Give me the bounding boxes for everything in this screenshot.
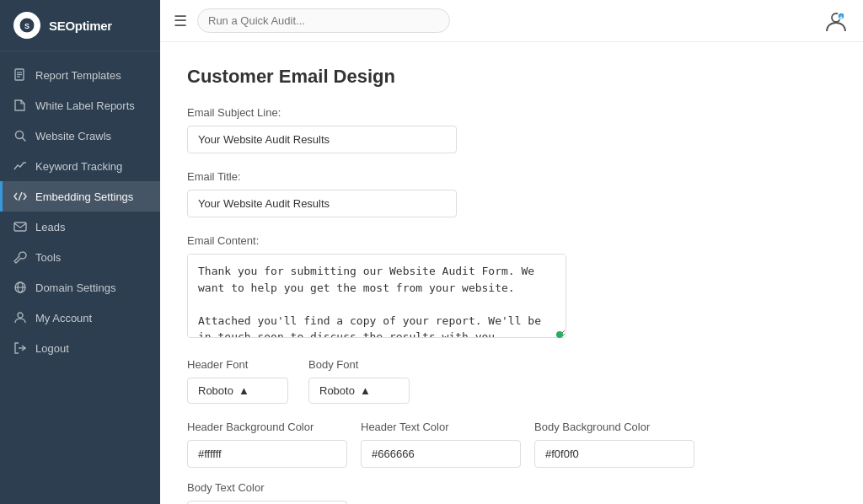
email-subject-line-group: Email Subject Line: (187, 106, 836, 153)
email-title-group: Email Title: (187, 170, 836, 217)
sidebar-item-my-account-label: My Account (35, 312, 92, 324)
header-font-value: Roboto (198, 384, 233, 397)
sidebar-item-white-label-reports[interactable]: White Label Reports (0, 90, 160, 121)
email-subject-line-input[interactable] (187, 126, 457, 153)
sidebar-item-leads-label: Leads (35, 221, 65, 233)
sidebar-item-website-crawls-label: Website Crawls (35, 130, 111, 142)
textarea-wrapper: Thank you for submitting our Website Aud… (187, 254, 566, 341)
header-bg-color-label: Header Background Color (187, 421, 347, 433)
email-title-input[interactable] (187, 190, 457, 217)
resize-handle (556, 331, 563, 338)
content-area: Customer Email Design Email Subject Line… (160, 42, 863, 504)
header-font-label: Header Font (187, 358, 288, 371)
main-content: ☰ + Customer Email Design Email Subject … (160, 0, 863, 504)
sidebar-nav: Report Templates White Label Reports Web… (0, 51, 160, 504)
header-bg-color-group: Header Background Color (187, 421, 347, 468)
body-font-chevron-up-icon: ▲ (360, 384, 371, 397)
menu-icon[interactable]: ☰ (174, 12, 187, 30)
email-content-label: Email Content: (187, 234, 836, 247)
svg-line-8 (19, 192, 22, 201)
header-font-select[interactable]: Roboto ▲ (187, 378, 288, 404)
body-font-group: Body Font Roboto ▲ (308, 358, 410, 404)
sidebar-item-white-label-reports-label: White Label Reports (35, 99, 135, 112)
sidebar-item-tools[interactable]: Tools (0, 242, 160, 272)
header-text-color-input[interactable] (361, 440, 521, 468)
page-title: Customer Email Design (187, 66, 836, 88)
svg-rect-9 (14, 223, 26, 231)
body-text-color-label: Body Text Color (187, 481, 347, 494)
sidebar-item-website-crawls[interactable]: Website Crawls (0, 121, 160, 151)
header-font-group: Header Font Roboto ▲ (187, 358, 288, 404)
sidebar-item-keyword-tracking-label: Keyword Tracking (35, 160, 122, 173)
email-content-group: Email Content: Thank you for submitting … (187, 234, 836, 341)
sidebar-item-tools-label: Tools (35, 251, 61, 264)
body-text-color-group: Body Text Color (187, 481, 347, 504)
logo-text: SEOptimer (49, 19, 112, 33)
logo-icon: S (13, 12, 40, 39)
body-bg-color-group: Body Background Color (534, 421, 694, 468)
topbar-right: + (823, 8, 850, 35)
header-text-color-label: Header Text Color (361, 421, 521, 433)
topbar: ☰ + (160, 0, 863, 42)
font-row: Header Font Roboto ▲ Body Font Roboto ▲ (187, 358, 836, 404)
body-text-color-input[interactable] (187, 501, 347, 504)
email-content-textarea[interactable]: Thank you for submitting our Website Aud… (187, 254, 566, 338)
user-avatar-icon[interactable]: + (823, 8, 850, 35)
header-font-chevron-up-icon: ▲ (239, 384, 249, 397)
header-bg-color-input[interactable] (187, 440, 347, 468)
sidebar-item-domain-settings[interactable]: Domain Settings (0, 272, 160, 303)
email-title-label: Email Title: (187, 170, 836, 183)
sidebar-item-my-account[interactable]: My Account (0, 303, 160, 333)
color-row: Header Background Color Header Text Colo… (187, 421, 836, 504)
svg-point-13 (18, 313, 23, 318)
svg-line-7 (23, 138, 26, 142)
sidebar-item-logout-label: Logout (35, 342, 69, 355)
sidebar-item-embedding-settings[interactable]: Embedding Settings (0, 181, 160, 212)
body-bg-color-input[interactable] (534, 440, 694, 468)
sidebar-item-domain-settings-label: Domain Settings (35, 281, 115, 294)
email-subject-line-label: Email Subject Line: (187, 106, 836, 119)
body-font-value: Roboto (319, 384, 355, 397)
sidebar-item-logout[interactable]: Logout (0, 333, 160, 363)
sidebar-item-embedding-settings-label: Embedding Settings (35, 190, 133, 203)
search-input[interactable] (197, 8, 450, 33)
svg-text:+: + (839, 14, 843, 20)
sidebar-item-report-templates[interactable]: Report Templates (0, 60, 160, 90)
sidebar-item-report-templates-label: Report Templates (35, 69, 121, 82)
header-text-color-group: Header Text Color (361, 421, 521, 468)
svg-text:S: S (24, 22, 29, 30)
body-bg-color-label: Body Background Color (534, 421, 694, 433)
sidebar: S SEOptimer Report Templates White Label… (0, 0, 160, 504)
search-container (197, 8, 450, 33)
body-font-select[interactable]: Roboto ▲ (308, 378, 410, 404)
body-font-label: Body Font (308, 358, 410, 371)
sidebar-item-leads[interactable]: Leads (0, 212, 160, 242)
logo-container: S SEOptimer (0, 0, 160, 51)
sidebar-item-keyword-tracking[interactable]: Keyword Tracking (0, 151, 160, 181)
